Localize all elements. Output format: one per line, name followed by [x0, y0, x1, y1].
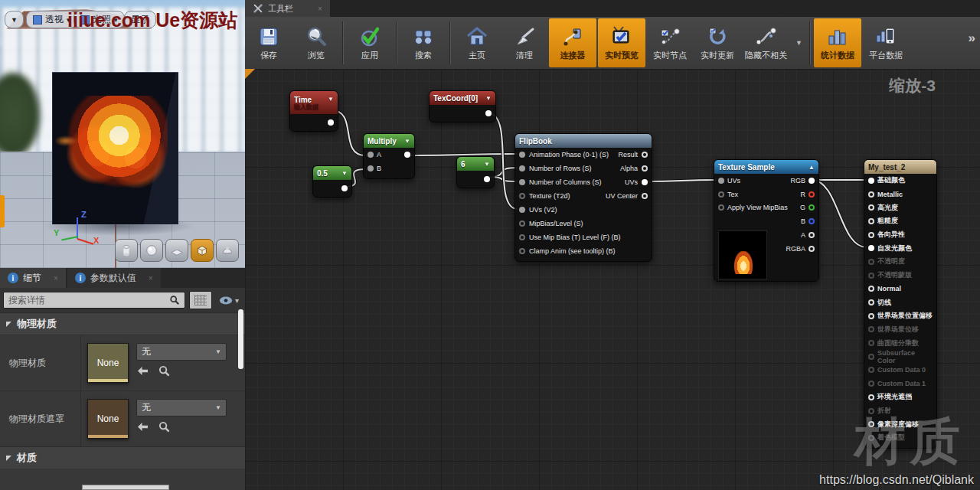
- toolbar-button-3[interactable]: 应用: [346, 17, 394, 69]
- wire[interactable]: [812, 180, 867, 247]
- preview-shape-cylinder[interactable]: [115, 239, 138, 262]
- output-pin-icon[interactable]: [485, 110, 492, 116]
- chevron-down-icon[interactable]: ▼: [485, 95, 492, 102]
- material-pin-icon[interactable]: [868, 178, 874, 184]
- collapse-icon[interactable]: ▲: [808, 164, 815, 171]
- browse-magnifier-icon[interactable]: [158, 365, 170, 377]
- toolbar-button-2[interactable]: 浏览: [292, 17, 340, 69]
- material-pin-icon[interactable]: [868, 354, 874, 360]
- output-pin-icon[interactable]: [642, 165, 648, 172]
- input-pin-icon[interactable]: [368, 165, 374, 172]
- material-pin-icon[interactable]: [868, 204, 874, 211]
- property-matrix-button[interactable]: [189, 291, 212, 309]
- node-header[interactable]: 0.5▼: [313, 166, 351, 180]
- section-header[interactable]: 物理材质: [0, 312, 245, 335]
- chevron-down-icon[interactable]: ▼: [328, 96, 334, 103]
- input-pin-icon[interactable]: [718, 204, 724, 211]
- output-pin-icon[interactable]: [808, 218, 815, 224]
- view-options-button[interactable]: ▾: [216, 296, 242, 305]
- output-pin-icon[interactable]: [328, 119, 334, 126]
- input-pin-icon[interactable]: [519, 234, 525, 240]
- browse-magnifier-icon[interactable]: [158, 421, 170, 433]
- asset-dropdown[interactable]: 无▼: [136, 399, 227, 416]
- use-selected-arrow-icon[interactable]: [136, 422, 149, 432]
- details-tab-1[interactable]: i细节×: [0, 268, 66, 288]
- output-pin-icon[interactable]: [808, 246, 815, 252]
- material-pin-icon[interactable]: [868, 218, 874, 224]
- graph-node-texcoord[interactable]: TexCoord[0]▼: [429, 90, 496, 122]
- input-pin-icon[interactable]: [519, 193, 525, 199]
- preview-shape-plane[interactable]: [165, 239, 188, 262]
- chevron-down-icon[interactable]: ▼: [404, 138, 410, 145]
- close-icon[interactable]: ×: [54, 274, 58, 283]
- material-pin-icon[interactable]: [868, 394, 874, 400]
- output-pin-icon[interactable]: [341, 185, 348, 191]
- node-header[interactable]: Multiply▼: [364, 134, 414, 148]
- material-pin-icon[interactable]: [868, 259, 874, 265]
- graph-node-const6[interactable]: 6▼: [456, 156, 495, 188]
- material-pin-icon[interactable]: [868, 340, 874, 346]
- viewport-options-dropdown[interactable]: ▼: [5, 11, 24, 28]
- asset-dropdown[interactable]: 无▼: [136, 343, 227, 361]
- toolbar-button-8[interactable]: 实时预览: [598, 18, 645, 67]
- preview-shape-cube[interactable]: [191, 239, 214, 262]
- material-pin-icon[interactable]: [868, 191, 874, 198]
- output-pin-icon[interactable]: [642, 193, 648, 199]
- node-header[interactable]: 6▼: [457, 157, 494, 171]
- material-graph-canvas[interactable]: 缩放-3 Time输入数据▼TexCoord[0]▼0.5▼6▼Multiply…: [245, 69, 980, 490]
- toolbar-button-13[interactable]: 平台数据: [862, 17, 910, 69]
- material-pin-icon[interactable]: [868, 245, 874, 251]
- details-tab-2[interactable]: i参数默认值×: [67, 268, 161, 288]
- material-pin-icon[interactable]: [868, 367, 874, 373]
- input-pin-icon[interactable]: [718, 191, 724, 198]
- toolbar-button-6[interactable]: 清理: [501, 17, 548, 69]
- graph-node-texsample[interactable]: Texture Sample▲RGBRGBARGBAUVsTexApply Vi…: [714, 159, 819, 282]
- graph-node-const05[interactable]: 0.5▼: [312, 165, 352, 198]
- toolbar-button-11[interactable]: 隐藏不相关: [741, 17, 791, 69]
- output-pin-icon[interactable]: [808, 178, 815, 184]
- collapsed-panel-tab[interactable]: [0, 195, 5, 227]
- output-pin-icon[interactable]: [808, 204, 815, 211]
- output-pin-icon[interactable]: [642, 179, 648, 185]
- output-pin-icon[interactable]: [808, 191, 815, 198]
- close-icon[interactable]: ×: [149, 274, 153, 283]
- preview-shape-sphere[interactable]: [140, 239, 163, 262]
- input-pin-icon[interactable]: [519, 220, 525, 227]
- input-pin-icon[interactable]: [519, 248, 525, 254]
- toolbar-button-12[interactable]: 统计数据: [814, 18, 861, 67]
- material-pin-icon[interactable]: [868, 273, 874, 279]
- toolbar-button-4[interactable]: 搜索: [400, 17, 447, 69]
- input-pin-icon[interactable]: [519, 179, 525, 185]
- output-pin-icon[interactable]: [404, 152, 410, 158]
- asset-thumbnail[interactable]: None: [87, 343, 129, 383]
- input-pin-icon[interactable]: [519, 165, 525, 172]
- close-icon[interactable]: ×: [318, 5, 322, 13]
- use-selected-arrow-icon[interactable]: [136, 366, 149, 376]
- graph-node-time[interactable]: Time输入数据▼: [289, 90, 338, 132]
- preview-shape-custom[interactable]: [216, 239, 239, 262]
- toolbar-button-1[interactable]: 保存: [245, 17, 292, 69]
- search-input[interactable]: 搜索详情: [3, 292, 185, 309]
- chevron-down-icon[interactable]: ▼: [341, 170, 348, 177]
- graph-node-mytest[interactable]: My_test_2基础颜色Metallic高光度粗糙度各向异性自发光颜色不透明度…: [864, 159, 937, 449]
- section-header[interactable]: 材质: [0, 446, 245, 469]
- toolbar-button-10[interactable]: 实时更新: [694, 17, 741, 69]
- asset-thumbnail[interactable]: None: [87, 399, 129, 439]
- toolbar-button-9[interactable]: 实时节点: [646, 17, 694, 69]
- material-pin-icon[interactable]: [868, 313, 874, 319]
- node-header[interactable]: FlipBook: [515, 134, 652, 148]
- output-pin-icon[interactable]: [484, 176, 490, 182]
- graph-node-flipbook[interactable]: FlipBookAnimation Phase (0-1) (S)ResultN…: [514, 133, 652, 262]
- node-header[interactable]: Texture Sample▲: [714, 160, 818, 174]
- chevron-down-icon[interactable]: ▼: [791, 39, 807, 47]
- material-pin-icon[interactable]: [868, 232, 874, 238]
- input-pin-icon[interactable]: [519, 152, 525, 158]
- material-pin-icon[interactable]: [868, 381, 874, 387]
- node-header[interactable]: TexCoord[0]▼: [430, 91, 495, 105]
- input-pin-icon[interactable]: [718, 178, 724, 184]
- tab-toolbar[interactable]: 工具栏 ×: [245, 0, 330, 17]
- graph-node-multiply[interactable]: Multiply▼AB: [363, 133, 415, 179]
- node-header[interactable]: My_test_2: [864, 160, 936, 174]
- preview-viewport[interactable]: ▼ 透视 ▾ 光照 ▾ 显示 Z X Y iiiue.com Ue资源站: [0, 0, 245, 268]
- details-scrollbar[interactable]: [238, 309, 243, 369]
